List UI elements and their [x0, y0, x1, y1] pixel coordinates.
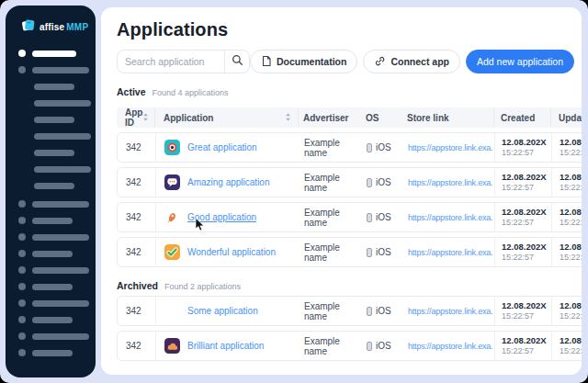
skeleton-circle [18, 250, 26, 257]
phone-icon [367, 178, 372, 187]
column-header-created: Created [494, 107, 551, 128]
table-row: 342 Amazing application Example name iOS… [117, 167, 582, 197]
sidebar-skeleton-item[interactable] [18, 200, 96, 208]
updated-cell: 12.08.202X15:22:57 [552, 238, 582, 266]
sidebar-skeleton-item[interactable] [18, 50, 96, 57]
sidebar-skeleton-item[interactable] [18, 316, 96, 323]
sidebar-skeleton-item[interactable] [18, 283, 96, 290]
sidebar-skeleton-item[interactable] [18, 132, 96, 140]
advertiser-value: Example name [304, 301, 361, 321]
store-link[interactable]: https://appstore.link.exa... [408, 143, 492, 152]
add-new-application-button[interactable]: Add new application [466, 50, 574, 73]
advertiser-value: Example name [304, 138, 361, 158]
skeleton-pill [34, 183, 74, 189]
os-value: iOS [376, 212, 391, 222]
skeleton-pill [34, 117, 74, 123]
column-label: App ID [125, 107, 142, 128]
column-header-advertiser: Advertiser [299, 107, 360, 128]
created-time: 15:22:57 [502, 253, 547, 263]
search-button[interactable] [225, 51, 249, 73]
skeleton-circle [18, 316, 26, 323]
application-cell: Some application [156, 297, 300, 325]
updated-date: 12.08.202X [560, 335, 582, 346]
store-link[interactable]: https://appstore.link.exa... [408, 342, 492, 351]
skeleton-pill [32, 51, 76, 57]
sidebar-skeleton-item[interactable] [18, 233, 96, 241]
sidebar-skeleton-item[interactable] [18, 349, 96, 356]
sidebar-skeleton-item[interactable] [18, 217, 96, 224]
created-time: 15:22:57 [502, 183, 547, 193]
skeleton-circle [18, 200, 26, 208]
store-link[interactable]: https://appstore.link.exa... [408, 178, 492, 187]
store-link-cell: https://appstore.link.exa... [402, 332, 495, 360]
toolbar: Documentation Connect app Add new applic… [117, 50, 582, 73]
sidebar-skeleton [6, 37, 96, 356]
application-cell: Great application [156, 133, 300, 162]
application-link[interactable]: Some application [187, 306, 258, 316]
column-header-app-id[interactable]: App ID [117, 107, 155, 128]
sections: Active Found 4 applications App ID Appli… [117, 86, 582, 361]
documentation-button[interactable]: Documentation [250, 50, 357, 73]
created-time: 15:22:57 [502, 148, 547, 158]
advertiser-cell: Example name [300, 238, 361, 266]
sort-icon[interactable] [142, 113, 149, 123]
os-value: iOS [376, 142, 391, 152]
section-count: Found 2 applications [164, 282, 241, 291]
updated-time: 15:22:57 [560, 253, 582, 263]
skeleton-circle [18, 66, 26, 73]
application-link[interactable]: Good application [187, 212, 256, 222]
store-link[interactable]: https://appstore.link.exa... [408, 213, 492, 222]
sidebar-skeleton-item[interactable] [18, 83, 96, 90]
skeleton-circle [18, 233, 26, 241]
application-link[interactable]: Amazing application [187, 177, 270, 187]
updated-cell: 12.08.202X15:22:57 [552, 297, 582, 325]
os-cell: iOS [361, 238, 402, 266]
updated-date: 12.08.202X [560, 137, 582, 148]
sidebar-skeleton-item[interactable] [18, 250, 96, 257]
column-label: Application [164, 113, 213, 123]
app-window: affiseMMP [0, 0, 588, 383]
column-header-application[interactable]: Application [155, 107, 299, 128]
phone-icon [367, 143, 372, 152]
rocket-app-icon [164, 209, 180, 225]
sidebar-skeleton-item[interactable] [18, 66, 96, 73]
skeleton-pill [32, 267, 89, 274]
application-cell: Amazing application [156, 168, 300, 197]
updated-cell: 12.08.202X15:22:57 [552, 133, 582, 162]
app-icon-slot [164, 338, 180, 354]
search-box [117, 50, 250, 73]
store-link-cell: https://appstore.link.exa... [402, 168, 495, 197]
created-date: 12.08.202X [502, 137, 547, 148]
sidebar: affiseMMP [6, 6, 96, 377]
sidebar-skeleton-item[interactable] [18, 299, 96, 307]
connect-app-button[interactable]: Connect app [363, 50, 460, 73]
sidebar-skeleton-item[interactable] [18, 182, 96, 189]
app-id-value: 342 [126, 177, 141, 187]
column-header-os: OS [360, 107, 401, 128]
sort-icon[interactable] [285, 113, 291, 123]
search-input[interactable] [118, 56, 224, 67]
store-link-cell: https://appstore.link.exa... [402, 238, 495, 266]
os-value: iOS [376, 247, 391, 257]
store-link-cell: https://appstore.link.exa... [402, 203, 495, 231]
sidebar-skeleton-item[interactable] [18, 266, 96, 274]
app-icon-slot [164, 140, 180, 155]
sidebar-skeleton-item[interactable] [18, 99, 96, 107]
updated-date: 12.08.202X [560, 172, 582, 183]
advertiser-cell: Example name [300, 133, 361, 162]
application-cell: Wonderful application [156, 238, 300, 266]
table-body: 342 Some application Example name iOS ht… [117, 296, 582, 361]
application-link[interactable]: Brilliant application [187, 341, 264, 351]
sidebar-skeleton-item[interactable] [18, 332, 96, 340]
advertiser-value: Example name [304, 208, 361, 228]
store-link[interactable]: https://appstore.link.exa... [408, 307, 492, 316]
app-id-cell: 342 [118, 297, 156, 325]
store-link[interactable]: https://appstore.link.exa... [408, 248, 492, 257]
application-link[interactable]: Wonderful application [187, 247, 276, 257]
add-new-application-label: Add new application [477, 56, 563, 67]
sidebar-skeleton-item[interactable] [18, 165, 96, 173]
app-icon-slot [164, 244, 180, 260]
sidebar-skeleton-item[interactable] [18, 149, 96, 156]
sidebar-skeleton-item[interactable] [18, 116, 96, 123]
application-link[interactable]: Great application [187, 142, 257, 152]
